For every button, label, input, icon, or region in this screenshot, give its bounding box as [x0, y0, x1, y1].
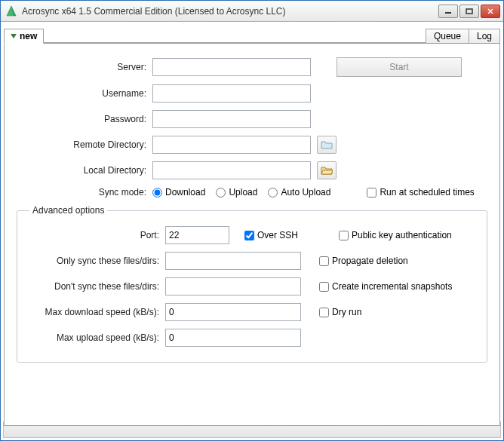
max-down-input[interactable] [165, 303, 301, 321]
sync-mode-auto-upload-label: Auto Upload [281, 187, 330, 198]
remote-dir-input[interactable] [152, 136, 311, 154]
maximize-button[interactable] [459, 5, 479, 18]
remote-dir-label: Remote Directory: [17, 139, 152, 150]
start-button[interactable]: Start [337, 57, 462, 77]
advanced-options-group: Advanced options Port: Over SSH Public k… [17, 205, 487, 363]
server-input[interactable] [152, 58, 311, 76]
svg-rect-2 [445, 12, 451, 14]
max-up-label: Max upload speed (kB/s): [29, 332, 165, 343]
max-up-input[interactable] [165, 329, 301, 347]
sync-mode-upload-label: Upload [229, 187, 257, 198]
local-dir-input[interactable] [152, 161, 311, 179]
pubkey-checkbox[interactable]: Public key authentication [339, 230, 452, 240]
dont-sync-input[interactable] [165, 277, 301, 296]
over-ssh-label: Over SSH [257, 230, 298, 240]
snapshots-checkbox[interactable]: Create incremental snapshots [319, 281, 452, 292]
close-button[interactable] [481, 5, 500, 18]
username-input[interactable] [152, 84, 311, 103]
advanced-options-legend: Advanced options [29, 205, 107, 216]
main-panel: Server: Start Username: Password: Remote… [4, 43, 500, 426]
sync-mode-download-label: Download [165, 187, 205, 198]
only-sync-input[interactable] [165, 252, 301, 270]
propagate-checkbox[interactable]: Propagate deletion [319, 256, 408, 266]
port-input[interactable] [165, 226, 229, 244]
dry-run-checkbox[interactable]: Dry run [319, 307, 361, 317]
run-scheduled-label: Run at scheduled times [380, 187, 474, 198]
sync-mode-auto-upload[interactable]: Auto Upload [268, 187, 330, 198]
tab-bar: new Queue Log [4, 25, 500, 43]
only-sync-label: Only sync these files/dirs: [29, 256, 165, 266]
log-button[interactable]: Log [469, 29, 500, 44]
run-scheduled-checkbox[interactable]: Run at scheduled times [367, 187, 474, 198]
password-label: Password: [17, 114, 152, 124]
server-label: Server: [17, 62, 152, 72]
sync-mode-upload[interactable]: Upload [216, 187, 257, 198]
sync-mode-download[interactable]: Download [152, 187, 205, 198]
title-bar: Acrosync x64 1.5 Commercial Edition (Lic… [1, 1, 503, 22]
svg-rect-3 [466, 9, 472, 14]
over-ssh-checkbox[interactable]: Over SSH [244, 230, 298, 240]
queue-button[interactable]: Queue [426, 29, 469, 44]
window-title: Acrosync x64 1.5 Commercial Edition (Lic… [22, 6, 438, 17]
tab-profile[interactable]: new [4, 29, 44, 44]
max-down-label: Max download speed (kB/s): [29, 307, 165, 317]
browse-remote-button[interactable] [317, 136, 337, 154]
dont-sync-label: Don't sync these files/dirs: [29, 281, 165, 292]
dropdown-triangle-icon [11, 34, 17, 38]
username-label: Username: [17, 88, 152, 99]
sync-mode-label: Sync mode: [17, 187, 152, 198]
propagate-label: Propagate deletion [332, 256, 408, 266]
dry-run-label: Dry run [332, 307, 361, 317]
folder-icon [321, 139, 333, 150]
app-icon [5, 5, 17, 17]
snapshots-label: Create incremental snapshots [332, 281, 452, 292]
pubkey-label: Public key authentication [352, 230, 452, 240]
browse-local-button[interactable] [317, 161, 337, 179]
password-input[interactable] [152, 110, 311, 128]
tab-profile-label: new [20, 31, 37, 41]
port-label: Port: [29, 230, 165, 240]
local-dir-label: Local Directory: [17, 165, 152, 176]
minimize-button[interactable] [438, 5, 458, 18]
folder-open-icon [321, 165, 333, 176]
